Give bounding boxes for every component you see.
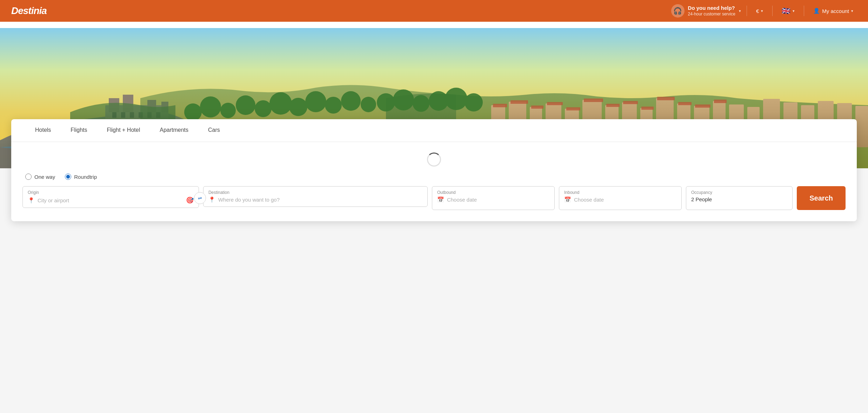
- svg-rect-40: [641, 107, 654, 110]
- currency-selector[interactable]: € ▾: [753, 6, 767, 16]
- occupancy-input-row: 1 Person 2 People 3 People 4 People 5 Pe…: [691, 196, 787, 202]
- outbound-label: Outbound: [437, 190, 549, 195]
- svg-point-60: [445, 88, 467, 110]
- svg-rect-41: [657, 97, 675, 100]
- language-chevron: ▾: [793, 9, 795, 13]
- origin-wrapper: Origin 📍 🎯 ⇌: [22, 186, 199, 210]
- destination-wrapper: Destination 📍: [203, 186, 428, 210]
- svg-point-50: [269, 92, 292, 115]
- white-strip: [0, 22, 868, 28]
- account-button[interactable]: 👤 My account ▾: [810, 6, 857, 16]
- svg-point-56: [377, 93, 395, 111]
- outbound-date-field[interactable]: Outbound 📅: [432, 186, 555, 210]
- roundtrip-option[interactable]: Roundtrip: [65, 174, 97, 180]
- outbound-calendar-icon: 📅: [437, 196, 444, 203]
- tab-apartments[interactable]: Apartments: [150, 119, 198, 142]
- currency-chevron: ▾: [761, 9, 763, 13]
- gps-icon[interactable]: 🎯: [186, 196, 194, 204]
- svg-point-51: [289, 98, 307, 116]
- account-icon: 👤: [813, 8, 820, 14]
- outbound-input[interactable]: [447, 197, 549, 203]
- destination-location-icon: 📍: [208, 196, 215, 203]
- divider-2: [772, 6, 773, 16]
- roundtrip-radio[interactable]: [65, 174, 71, 180]
- tab-flights[interactable]: Flights: [61, 119, 97, 142]
- language-selector[interactable]: 🇬🇧 ▾: [778, 5, 798, 17]
- inbound-input[interactable]: [574, 197, 676, 203]
- location-icon: 📍: [28, 197, 35, 204]
- svg-point-61: [465, 93, 483, 111]
- svg-point-54: [341, 91, 361, 111]
- search-button[interactable]: Search: [797, 186, 846, 210]
- search-panel: Hotels Flights Flight + Hotel Apartments…: [11, 119, 857, 221]
- svg-rect-36: [566, 107, 580, 110]
- svg-point-53: [325, 97, 342, 114]
- search-tabs: Hotels Flights Flight + Hotel Apartments…: [11, 119, 857, 142]
- origin-label: Origin: [28, 190, 194, 195]
- destination-field: Destination 📍: [203, 186, 428, 207]
- roundtrip-label: Roundtrip: [74, 174, 97, 180]
- svg-point-47: [220, 103, 236, 118]
- one-way-radio[interactable]: [25, 174, 32, 180]
- inbound-label: Inbound: [564, 190, 676, 195]
- svg-point-45: [184, 103, 202, 121]
- inbound-calendar-icon: 📅: [564, 196, 571, 203]
- flag-icon: 🇬🇧: [782, 7, 790, 15]
- svg-rect-35: [547, 102, 563, 105]
- inbound-date-field[interactable]: Inbound 📅: [559, 186, 682, 210]
- svg-point-52: [305, 91, 326, 112]
- svg-rect-38: [606, 104, 620, 107]
- svg-rect-44: [714, 100, 727, 103]
- search-panel-wrapper: Hotels Flights Flight + Hotel Apartments…: [0, 119, 868, 235]
- svg-point-49: [255, 100, 272, 117]
- svg-point-57: [393, 89, 414, 110]
- destination-input-row: 📍: [208, 196, 422, 203]
- search-form: Origin 📍 🎯 ⇌ Destination 📍: [11, 186, 857, 221]
- origin-input[interactable]: [38, 197, 183, 203]
- svg-point-46: [200, 96, 221, 117]
- trip-type-selector: One way Roundtrip: [11, 170, 857, 186]
- tab-flight-hotel[interactable]: Flight + Hotel: [97, 119, 150, 142]
- divider-3: [804, 6, 804, 16]
- svg-rect-43: [695, 104, 710, 108]
- destination-input[interactable]: [218, 197, 422, 203]
- loading-spinner: [427, 153, 441, 167]
- account-chevron: ▾: [851, 9, 853, 13]
- one-way-option[interactable]: One way: [25, 174, 55, 180]
- help-button[interactable]: 🎧 Do you need help? 24-hour customer ser…: [671, 4, 741, 18]
- one-way-label: One way: [34, 174, 55, 180]
- loading-area: [11, 142, 857, 170]
- svg-point-58: [413, 95, 429, 112]
- logo[interactable]: Destinia: [11, 5, 47, 16]
- inbound-input-row: 📅: [564, 196, 676, 203]
- origin-field: Origin 📍 🎯: [22, 186, 199, 208]
- currency-symbol: €: [756, 8, 759, 14]
- help-text: Do you need help? 24-hour customer servi…: [688, 5, 735, 17]
- occupancy-label: Occupancy: [691, 190, 787, 195]
- destination-label: Destination: [208, 190, 422, 195]
- help-title: Do you need help?: [688, 5, 735, 12]
- origin-input-row: 📍 🎯: [28, 196, 194, 204]
- headset-icon: 🎧: [671, 4, 685, 18]
- svg-rect-42: [678, 102, 692, 105]
- tab-cars[interactable]: Cars: [198, 119, 230, 142]
- help-chevron: ▾: [739, 9, 741, 13]
- account-label: My account: [822, 8, 849, 14]
- header-right: 🎧 Do you need help? 24-hour customer ser…: [671, 4, 857, 18]
- svg-rect-32: [493, 104, 507, 107]
- tab-hotels[interactable]: Hotels: [25, 119, 61, 142]
- occupancy-field[interactable]: Occupancy 1 Person 2 People 3 People 4 P…: [686, 186, 793, 210]
- outbound-input-row: 📅: [437, 196, 549, 203]
- divider-1: [747, 6, 747, 16]
- main-header: Destinia 🎧 Do you need help? 24-hour cus…: [0, 0, 868, 22]
- svg-rect-37: [584, 99, 603, 102]
- svg-rect-34: [531, 106, 543, 109]
- svg-rect-39: [623, 101, 638, 104]
- swap-button[interactable]: ⇌: [194, 192, 206, 204]
- svg-point-55: [361, 97, 376, 112]
- help-subtitle: 24-hour customer service: [688, 12, 735, 17]
- occupancy-select[interactable]: 1 Person 2 People 3 People 4 People 5 Pe…: [691, 196, 787, 202]
- svg-rect-33: [510, 100, 528, 104]
- svg-point-48: [236, 95, 255, 115]
